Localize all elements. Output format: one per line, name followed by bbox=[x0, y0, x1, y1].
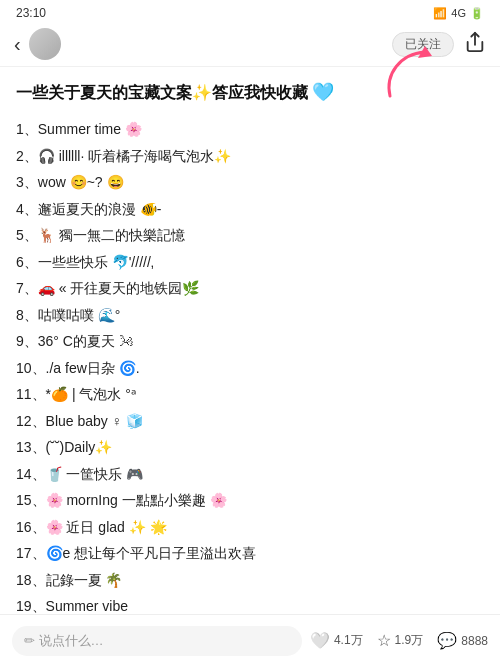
list-item: 7、🚗 « 开往夏天的地铁园🌿 bbox=[16, 275, 484, 302]
star-action-icon: ☆ bbox=[377, 631, 391, 650]
avatar bbox=[29, 28, 61, 60]
list-item: 14、🥤 一筐快乐 🎮 bbox=[16, 461, 484, 488]
list-item: 8、咕噗咕噗 🌊° bbox=[16, 302, 484, 329]
list-item: 19、Summer vibe bbox=[16, 593, 484, 613]
like-action[interactable]: 🤍 4.1万 bbox=[310, 631, 363, 650]
list-item: 3、wow 😊~? 😄 bbox=[16, 169, 484, 196]
heart-action-icon: 🤍 bbox=[310, 631, 330, 650]
list-item: 15、🌸 mornIng 一點點小樂趣 🌸 bbox=[16, 487, 484, 514]
list-item: 18、記錄一夏 🌴 bbox=[16, 567, 484, 594]
star-action[interactable]: ☆ 1.9万 bbox=[377, 631, 424, 650]
comment-placeholder: ✏ 说点什么… bbox=[24, 632, 104, 650]
list-item: 17、🌀e 想让每个平凡日子里溢出欢喜 bbox=[16, 540, 484, 567]
star-count: 1.9万 bbox=[395, 632, 424, 649]
list-item: 5、🦌 獨一無二的快樂記憶 bbox=[16, 222, 484, 249]
back-button[interactable]: ‹ bbox=[14, 33, 21, 56]
content-area: 一些关于夏天的宝藏文案✨答应我快收藏 🩵 1、Summer time 🌸2、🎧 … bbox=[0, 67, 500, 613]
comment-action-icon: 💬 bbox=[437, 631, 457, 650]
items-list: 1、Summer time 🌸2、🎧 illllll· 听着橘子海喝气泡水✨3、… bbox=[16, 116, 484, 613]
list-item: 6、一些些快乐 🐬'/////‚ bbox=[16, 249, 484, 276]
status-icons: 📶 4G 🔋 bbox=[433, 7, 484, 20]
time: 23:10 bbox=[16, 6, 46, 20]
bottom-bar: ✏ 说点什么… 🤍 4.1万 ☆ 1.9万 💬 8888 bbox=[0, 614, 500, 666]
list-item: 2、🎧 illllll· 听着橘子海喝气泡水✨ bbox=[16, 143, 484, 170]
list-item: 1、Summer time 🌸 bbox=[16, 116, 484, 143]
list-item: 4、邂逅夏天的浪漫 🐠- bbox=[16, 196, 484, 223]
comment-count: 8888 bbox=[461, 634, 488, 648]
comment-action[interactable]: 💬 8888 bbox=[437, 631, 488, 650]
bottom-actions: 🤍 4.1万 ☆ 1.9万 💬 8888 bbox=[310, 631, 488, 650]
list-item: 13、(˘˘)Daily✨ bbox=[16, 434, 484, 461]
heart-icon: 🩵 bbox=[312, 82, 334, 102]
status-bar: 23:10 📶 4G 🔋 bbox=[0, 0, 500, 24]
share-button[interactable] bbox=[464, 31, 486, 58]
list-item: 9、36° C的夏天 🌬 bbox=[16, 328, 484, 355]
like-count: 4.1万 bbox=[334, 632, 363, 649]
list-item: 16、🌸 近日 glad ✨ 🌟 bbox=[16, 514, 484, 541]
nav-left: ‹ bbox=[14, 28, 61, 60]
list-item: 10、./a few日杂 🌀. bbox=[16, 355, 484, 382]
list-item: 12、Blue baby ♀ 🧊 bbox=[16, 408, 484, 435]
arrow-annotation bbox=[370, 44, 440, 107]
list-item: 11、*🍊 | 气泡水 °ᵃ bbox=[16, 381, 484, 408]
comment-input[interactable]: ✏ 说点什么… bbox=[12, 626, 302, 656]
